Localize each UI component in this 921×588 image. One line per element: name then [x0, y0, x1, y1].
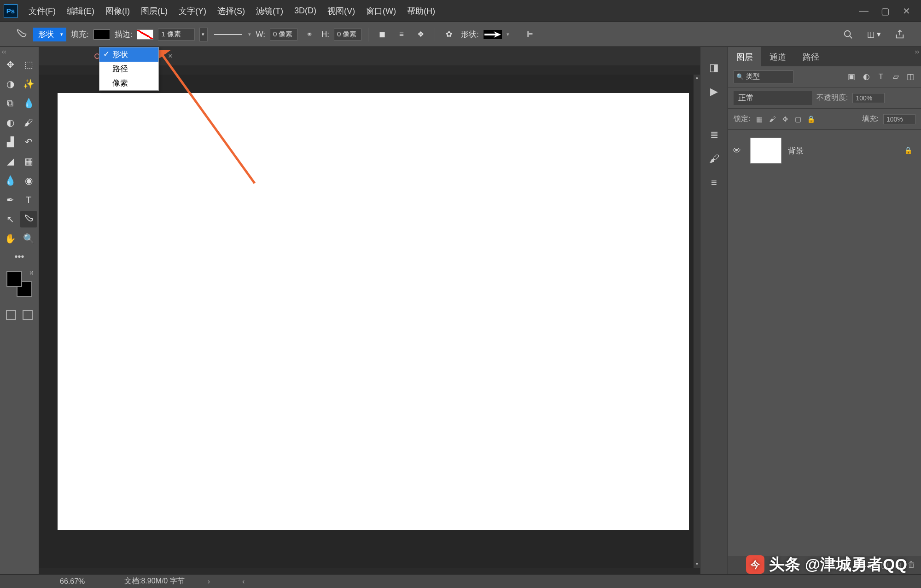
stroke-style-preview[interactable]	[214, 34, 242, 35]
stroke-width-input[interactable]	[158, 29, 195, 41]
path-ops-icon[interactable]: ◼	[375, 27, 390, 42]
lasso-tool[interactable]: ◑	[2, 76, 18, 92]
lock-paint-icon[interactable]: 🖌	[768, 115, 777, 124]
stamp-tool[interactable]: ▟	[2, 134, 18, 150]
dodge-tool[interactable]: ◉	[20, 172, 37, 189]
visibility-icon[interactable]: 👁	[733, 146, 744, 156]
eyedropper-tool[interactable]: 💧	[20, 95, 37, 111]
layer-thumbnail[interactable]	[750, 138, 781, 163]
opacity-value[interactable]: 100%	[852, 93, 885, 103]
shape-mode-dropdown[interactable]: 形状	[33, 28, 66, 41]
gradient-tool[interactable]: ▦	[20, 153, 37, 169]
search-icon[interactable]	[841, 27, 856, 42]
history-panel-icon[interactable]: ◨	[707, 61, 721, 75]
canvas[interactable]	[58, 93, 689, 530]
height-input[interactable]	[334, 29, 361, 41]
workspace-icon[interactable]: ◫ ▾	[867, 27, 881, 42]
menu-view[interactable]: 视图(V)	[322, 6, 361, 17]
zoom-tool[interactable]: 🔍	[20, 230, 37, 247]
more-tools-icon[interactable]: •••	[14, 251, 24, 262]
crop-tool[interactable]: ⧉	[2, 95, 18, 111]
gear-icon[interactable]: ✿	[442, 27, 456, 42]
width-input[interactable]	[270, 29, 297, 41]
close-tab-icon[interactable]: ×	[168, 52, 173, 61]
custom-shape-tool[interactable]	[20, 211, 37, 227]
blend-mode-dropdown[interactable]: 正常	[734, 91, 812, 105]
menu-3d[interactable]: 3D(D)	[289, 6, 322, 16]
menu-filter[interactable]: 滤镜(T)	[251, 6, 289, 17]
scroll-up-icon[interactable]: ▴	[694, 75, 700, 81]
lock-transparency-icon[interactable]: ▦	[755, 115, 764, 124]
pen-tool[interactable]: ✒	[2, 192, 18, 208]
type-tool[interactable]: T	[20, 192, 37, 208]
path-arrange-icon[interactable]: ❖	[414, 27, 428, 42]
collapse-left-icon[interactable]: ‹‹	[2, 48, 6, 55]
close-button[interactable]: ✕	[900, 6, 913, 17]
share-icon[interactable]	[892, 27, 907, 42]
stroke-width-dropdown[interactable]	[199, 28, 208, 41]
history-brush-tool[interactable]: ↶	[20, 134, 37, 150]
brush-tool[interactable]: 🖌	[20, 114, 37, 131]
lock-all-icon[interactable]: 🔒	[806, 115, 816, 124]
dropdown-item-shape[interactable]: 形状	[99, 47, 158, 62]
foreground-swatch[interactable]	[6, 271, 22, 287]
filter-shape-icon[interactable]: ▱	[891, 72, 901, 82]
dropdown-item-path[interactable]: 路径	[99, 62, 158, 76]
minimize-button[interactable]: —	[857, 6, 870, 17]
layer-item[interactable]: 👁 背景 🔒	[728, 134, 921, 168]
menu-image[interactable]: 图像(I)	[100, 6, 135, 17]
path-align-icon[interactable]: ≡	[394, 27, 409, 42]
actions-panel-icon[interactable]: ▶	[707, 85, 721, 99]
path-select-tool[interactable]: ↖	[2, 211, 18, 227]
lock-position-icon[interactable]: ✥	[781, 115, 790, 124]
menu-window[interactable]: 窗口(W)	[361, 6, 402, 17]
hand-tool[interactable]: ✋	[2, 230, 18, 247]
trash-icon[interactable]: 🗑	[908, 560, 915, 570]
filter-smart-icon[interactable]: ◫	[905, 72, 915, 82]
tab-paths[interactable]: 路径	[794, 47, 828, 66]
magic-wand-tool[interactable]: ✨	[20, 76, 37, 92]
menu-type[interactable]: 文字(Y)	[173, 6, 212, 17]
menu-edit[interactable]: 编辑(E)	[61, 6, 100, 17]
fill-swatch[interactable]	[93, 29, 110, 40]
scroll-down-icon[interactable]: ▾	[694, 561, 700, 568]
custom-shape-preview[interactable]	[484, 30, 502, 39]
filter-image-icon[interactable]: ▣	[846, 72, 857, 82]
zoom-level[interactable]: 66.67%	[60, 577, 101, 586]
filter-adjust-icon[interactable]: ◐	[861, 72, 871, 82]
tool-preset-icon[interactable]	[14, 27, 29, 42]
maximize-button[interactable]: ▢	[879, 6, 892, 17]
quickmask-icon[interactable]	[6, 310, 16, 320]
doc-info[interactable]: 文档:8.90M/0 字节	[124, 576, 185, 586]
lock-artboard-icon[interactable]: ▢	[793, 115, 803, 124]
menu-layer[interactable]: 图层(L)	[135, 6, 173, 17]
menu-select[interactable]: 选择(S)	[212, 6, 251, 17]
vertical-scrollbar[interactable]: ▴ ▾	[694, 75, 700, 568]
filter-type-icon[interactable]: T	[876, 72, 886, 82]
tab-layers[interactable]: 图层	[728, 47, 761, 66]
fill-value[interactable]: 100%	[883, 114, 915, 124]
align-edges-icon[interactable]: ⊫	[523, 27, 537, 42]
move-tool[interactable]: ✥	[2, 56, 18, 73]
collapse-right-icon[interactable]: ››	[915, 48, 919, 55]
eraser-tool[interactable]: ◢	[2, 153, 18, 169]
swap-colors-icon[interactable]: ⤭	[29, 269, 34, 276]
marquee-tool[interactable]: ⬚	[20, 56, 37, 73]
menu-file[interactable]: 文件(F)	[23, 6, 61, 17]
color-swatches[interactable]: ⤭	[6, 271, 32, 297]
filter-kind-dropdown[interactable]: 类型	[734, 70, 793, 83]
tab-channels[interactable]: 通道	[761, 47, 794, 66]
link-wh-icon[interactable]: ⚭	[302, 27, 317, 42]
blur-tool[interactable]: 💧	[2, 172, 18, 189]
brushes-panel-icon[interactable]: 🖌	[707, 152, 721, 166]
layer-name[interactable]: 背景	[788, 146, 898, 156]
dropdown-item-pixel[interactable]: 像素	[99, 76, 158, 90]
healing-tool[interactable]: ◐	[2, 114, 18, 131]
menu-help[interactable]: 帮助(H)	[402, 6, 441, 17]
properties-panel-icon[interactable]: ≣	[707, 128, 721, 142]
screenmode-icon[interactable]	[23, 310, 33, 320]
stroke-swatch[interactable]	[137, 29, 153, 40]
hscroll-left-icon[interactable]: ‹	[242, 577, 245, 586]
doc-info-arrow-icon[interactable]: ›	[208, 577, 210, 586]
swatches-panel-icon[interactable]: ≡	[707, 176, 721, 190]
